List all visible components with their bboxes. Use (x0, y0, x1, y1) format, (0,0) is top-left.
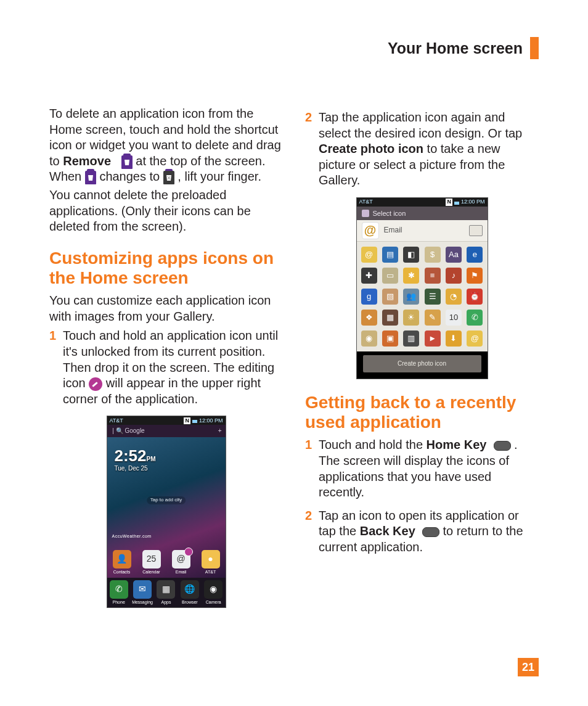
trash-open-icon (163, 171, 174, 184)
app-icon: 👤Contacts (112, 550, 133, 575)
right-column: 2 Tap the application icon again and sel… (305, 106, 539, 610)
app-icon: ◉Camera (203, 580, 224, 605)
grid-icon: ◔ (446, 289, 462, 305)
left-column: To delete an application icon from the H… (49, 106, 283, 610)
trash-icon (121, 155, 133, 169)
manual-page: Your Home screen To delete an applicatio… (0, 0, 588, 706)
signal-icon (192, 418, 197, 423)
create-photo-icon-label: Create photo icon (319, 142, 423, 155)
app-icon: 🌐Browser (179, 580, 200, 605)
grid-icon: ▣ (382, 330, 398, 347)
grid-icon: g (361, 289, 377, 305)
section-title-recent: Getting back to a recently used applicat… (305, 393, 539, 432)
intro-text-c: changes to (99, 170, 163, 183)
grid-icon: ▦ (382, 310, 398, 326)
status-bar: AT&T N 12:00 PM (107, 416, 226, 425)
app-icon: ▦Apps (155, 580, 176, 605)
step2-text-a: Tap the application icon again and selec… (319, 110, 522, 140)
select-icon-title: Select icon (373, 209, 406, 218)
header-title: Your Home screen (388, 39, 523, 57)
grid-icon: @ (467, 330, 483, 347)
frame-icon (469, 225, 483, 236)
section-title-customizing: Customizing apps icons on the Home scree… (49, 248, 283, 288)
step-number: 2 (305, 110, 312, 126)
grid-icon: ≡ (425, 268, 441, 284)
grid-icon: ♪ (446, 268, 462, 284)
home-row: 👤Contacts25Calendar@Email●AT&T (107, 550, 226, 575)
grid-icon: ▭ (382, 268, 398, 284)
carrier-label: AT&T (110, 417, 123, 425)
remove-label: Remove (63, 154, 111, 168)
app-icon: ✆Phone (108, 580, 129, 605)
tap-hint: Tap to add city (147, 496, 186, 504)
home-key-label: Home Key (427, 438, 487, 451)
grid-icon: ⬇ (446, 330, 462, 347)
nfc-icon: N (446, 199, 452, 206)
search-placeholder: Google (125, 427, 144, 434)
phone-screenshot-select-icon: AT&T N 12:00 PM Select icon @ Email (305, 197, 539, 379)
page-number: 21 (518, 658, 539, 676)
trash-icon (85, 171, 96, 184)
accuweather-label: AccuWeather.com (112, 534, 152, 540)
signal-icon (454, 200, 459, 205)
grid-icon: ▧ (382, 289, 398, 305)
grid-icon: ✎ (425, 310, 441, 326)
grid-icon: ✱ (403, 268, 419, 284)
status-bar: AT&T N 12:00 PM (357, 198, 488, 207)
edit-badge-icon (184, 548, 193, 556)
selected-icon-row: @ Email (357, 220, 488, 242)
app-icon: ●AT&T (200, 550, 221, 575)
grid-icon: ► (425, 330, 441, 347)
grid-icon: e (467, 247, 483, 263)
recent-step-1: 1 Touch and hold the Home Key . The scre… (305, 437, 539, 500)
grid-icon: ⏰ (467, 289, 483, 305)
select-icon-title-bar: Select icon (357, 207, 488, 220)
back-key-icon (422, 527, 439, 537)
grid-icon: ☰ (425, 289, 441, 305)
intro-text-d: , lift your finger. (178, 170, 261, 183)
grid-icon: ✆ (467, 310, 483, 326)
recent-step-2: 2 Tap an icon to open its application or… (305, 508, 539, 556)
grid-icon: ◉ (361, 330, 377, 347)
grid-icon: @ (361, 247, 377, 263)
clock-widget: 2:52PM Tue, Dec 25 (115, 446, 156, 472)
dock: ✆Phone✉Messaging▦Apps🌐Browser◉Camera (107, 578, 226, 607)
icon-grid: @▤◧$Aae✚▭✱≡♪⚑g▧👥☰◔⏰❖▦☀✎10✆◉▣▥►⬇@ (357, 242, 488, 351)
step-number: 1 (305, 437, 312, 453)
pen-icon (362, 210, 369, 217)
grid-icon: ✚ (361, 268, 377, 284)
clock-date: Tue, Dec 25 (115, 465, 156, 473)
grid-icon: $ (425, 247, 441, 263)
edit-icon (89, 377, 102, 391)
grid-icon: Aa (446, 247, 462, 263)
selected-icon-label: Email (384, 226, 464, 235)
phone-screenshot-home: AT&T N 12:00 PM | 🔍 Google + 2:52P (49, 416, 283, 608)
grid-icon: ☀ (403, 310, 419, 326)
header-accent-bar (530, 37, 539, 59)
app-icon: 25Calendar (141, 550, 162, 575)
current-icon: @ (362, 222, 379, 239)
home-key-icon (494, 441, 511, 451)
grid-icon: 👥 (403, 289, 419, 305)
step-1: 1 Touch and hold an application icon unt… (49, 328, 283, 407)
app-icon: ✉Messaging (132, 580, 153, 605)
recent1-text-a: Touch and hold the (319, 438, 427, 451)
search-bar: | 🔍 Google + (107, 425, 226, 437)
section-intro: You can customize each application icon … (49, 293, 283, 324)
clock-time: 2:52 (115, 446, 147, 465)
grid-icon: ❖ (361, 310, 377, 326)
grid-icon: ◧ (403, 247, 419, 263)
app-icon: @Email (171, 550, 192, 575)
status-time: 12:00 PM (461, 199, 485, 206)
intro-note: You cannot delete the preloaded applicat… (49, 187, 283, 235)
step-number: 2 (305, 508, 312, 524)
status-time: 12:00 PM (199, 417, 223, 425)
nfc-icon: N (184, 417, 190, 425)
page-header: Your Home screen (388, 37, 539, 59)
step-2: 2 Tap the application icon again and sel… (305, 110, 539, 189)
step-number: 1 (49, 328, 56, 344)
create-photo-icon-button: Create photo icon (363, 355, 481, 372)
grid-icon: ▥ (403, 330, 419, 347)
wallpaper-area: 2:52PM Tue, Dec 25 Tap to add city AccuW… (107, 437, 226, 578)
plus-icon: + (218, 427, 222, 435)
